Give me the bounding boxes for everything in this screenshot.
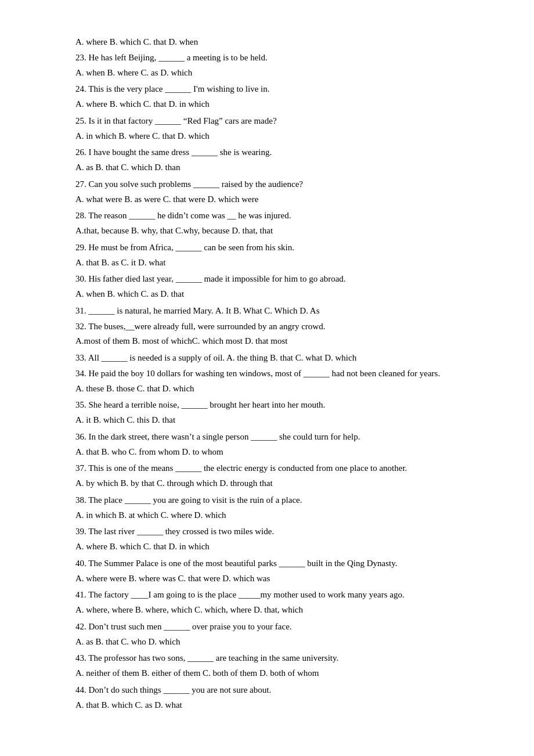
options-text-q25: A. in which B. where C. that D. which bbox=[75, 129, 459, 143]
options-text-q34: A. these B. those C. that D. which bbox=[75, 381, 459, 396]
question-block-q23: 23. He has left Beijing, ______ a meetin… bbox=[75, 51, 459, 80]
question-block-q41: 41. The factory ____I am going to is the… bbox=[75, 588, 459, 617]
content-area: A. where B. which C. that D. when23. He … bbox=[75, 35, 459, 712]
options-text-q28: A.that, because B. why, that C.why, beca… bbox=[75, 224, 459, 238]
question-block-q30: 30. His father died last year, ______ ma… bbox=[75, 272, 459, 301]
options-text-q39: A. where B. which C. that D. in which bbox=[75, 539, 459, 554]
question-text-q36: 36. In the dark street, there wasn’t a s… bbox=[75, 430, 459, 444]
options-text-q23: A. when B. where C. as D. which bbox=[75, 66, 459, 80]
question-block-q28: 28. The reason ______ he didn’t come was… bbox=[75, 208, 459, 238]
question-text-q44: 44. Don’t do such things ______ you are … bbox=[75, 683, 459, 697]
options-text-q37: A. by which B. by that C. through which … bbox=[75, 476, 459, 491]
question-block-q39: 39. The last river ______ they crossed i… bbox=[75, 524, 459, 554]
options-text-q40: A. where were B. where was C. that were … bbox=[75, 571, 459, 586]
options-text-q35: A. it B. which C. this D. that bbox=[75, 413, 459, 427]
question-text-q32: 32. The buses,__were already full, were … bbox=[75, 319, 459, 334]
question-block-q36: 36. In the dark street, there wasn’t a s… bbox=[75, 430, 459, 459]
question-block-q_intro: A. where B. which C. that D. when bbox=[75, 35, 459, 49]
question-text-q28: 28. The reason ______ he didn’t come was… bbox=[75, 208, 459, 223]
question-block-q38: 38. The place ______ you are going to vi… bbox=[75, 493, 459, 523]
question-text-q41: 41. The factory ____I am going to is the… bbox=[75, 588, 459, 602]
question-text-q42: 42. Don’t trust such men ______ over pra… bbox=[75, 620, 459, 634]
question-text-q_intro: A. where B. which C. that D. when bbox=[75, 35, 459, 49]
options-text-q26: A. as B. that C. which D. than bbox=[75, 160, 459, 175]
question-block-q31: 31. ______ is natural, he married Mary. … bbox=[75, 304, 459, 318]
question-block-q25: 25. Is it in that factory ______ “Red Fl… bbox=[75, 114, 459, 143]
question-block-q24: 24. This is the very place ______ I'm wi… bbox=[75, 82, 459, 111]
question-text-q38: 38. The place ______ you are going to vi… bbox=[75, 493, 459, 507]
question-text-q35: 35. She heard a terrible noise, ______ b… bbox=[75, 398, 459, 412]
options-text-q24: A. where B. which C. that D. in which bbox=[75, 97, 459, 111]
question-block-q43: 43. The professor has two sons, ______ a… bbox=[75, 651, 459, 681]
question-block-q37: 37. This is one of the means ______ the … bbox=[75, 461, 459, 491]
question-block-q34: 34. He paid the boy 10 dollars for washi… bbox=[75, 366, 459, 396]
options-text-q44: A. that B. which C. as D. what bbox=[75, 698, 459, 712]
options-text-q41: A. where, where B. where, which C. which… bbox=[75, 603, 459, 617]
question-text-q25: 25. Is it in that factory ______ “Red Fl… bbox=[75, 114, 459, 128]
question-block-q29: 29. He must be from Africa, ______ can b… bbox=[75, 240, 459, 270]
question-block-q44: 44. Don’t do such things ______ you are … bbox=[75, 683, 459, 712]
options-text-q27: A. what were B. as were C. that were D. … bbox=[75, 192, 459, 207]
question-text-q29: 29. He must be from Africa, ______ can b… bbox=[75, 240, 459, 255]
question-text-q23: 23. He has left Beijing, ______ a meetin… bbox=[75, 51, 459, 65]
question-text-q34: 34. He paid the boy 10 dollars for washi… bbox=[75, 366, 459, 381]
question-text-q33: 33. All ______ is needed is a supply of … bbox=[75, 351, 459, 365]
question-text-q26: 26. I have bought the same dress ______ … bbox=[75, 145, 459, 160]
options-text-q32: A.most of them B. most of whichC. which … bbox=[75, 334, 459, 348]
question-text-q40: 40. The Summer Palace is one of the most… bbox=[75, 556, 459, 571]
question-text-q30: 30. His father died last year, ______ ma… bbox=[75, 272, 459, 286]
options-text-q36: A. that B. who C. from whom D. to whom bbox=[75, 445, 459, 459]
question-block-q32: 32. The buses,__were already full, were … bbox=[75, 319, 459, 349]
question-block-q26: 26. I have bought the same dress ______ … bbox=[75, 145, 459, 175]
options-text-q42: A. as B. that C. who D. which bbox=[75, 635, 459, 649]
options-text-q38: A. in which B. at which C. where D. whic… bbox=[75, 508, 459, 523]
question-block-q40: 40. The Summer Palace is one of the most… bbox=[75, 556, 459, 586]
options-text-q43: A. neither of them B. either of them C. … bbox=[75, 666, 459, 681]
question-block-q33: 33. All ______ is needed is a supply of … bbox=[75, 351, 459, 365]
question-text-q39: 39. The last river ______ they crossed i… bbox=[75, 524, 459, 539]
question-text-q37: 37. This is one of the means ______ the … bbox=[75, 461, 459, 476]
question-block-q27: 27. Can you solve such problems ______ r… bbox=[75, 177, 459, 207]
options-text-q30: A. when B. which C. as D. that bbox=[75, 287, 459, 301]
question-block-q42: 42. Don’t trust such men ______ over pra… bbox=[75, 620, 459, 649]
question-text-q27: 27. Can you solve such problems ______ r… bbox=[75, 177, 459, 192]
question-text-q31: 31. ______ is natural, he married Mary. … bbox=[75, 304, 459, 318]
question-text-q43: 43. The professor has two sons, ______ a… bbox=[75, 651, 459, 665]
question-text-q24: 24. This is the very place ______ I'm wi… bbox=[75, 82, 459, 96]
options-text-q29: A. that B. as C. it D. what bbox=[75, 255, 459, 270]
question-block-q35: 35. She heard a terrible noise, ______ b… bbox=[75, 398, 459, 427]
